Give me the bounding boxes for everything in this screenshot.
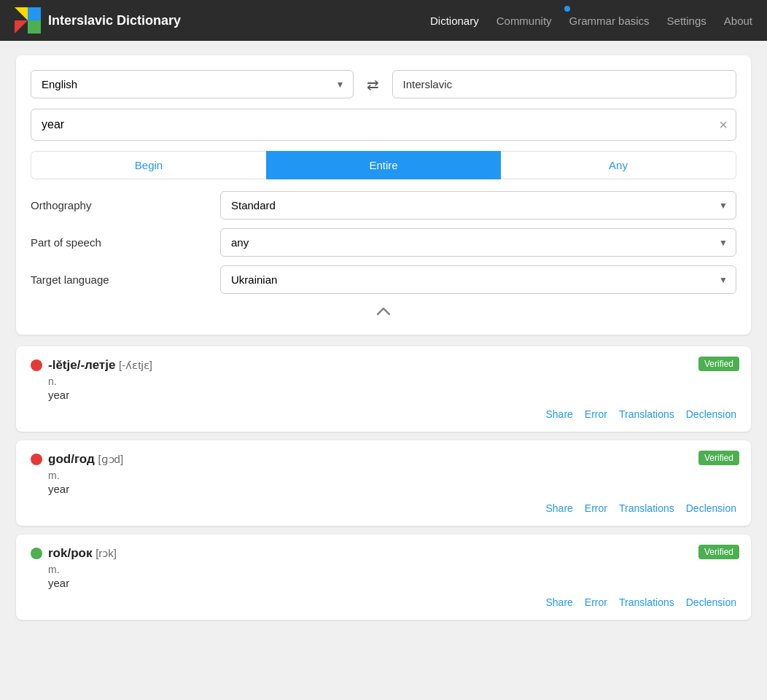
- word-translation: year: [48, 577, 736, 589]
- declension-link[interactable]: Declension: [686, 596, 736, 608]
- target-language-select-wrapper: Ukrainian ▼: [220, 265, 736, 294]
- share-link[interactable]: Share: [546, 502, 573, 514]
- word-translation: year: [48, 483, 736, 495]
- error-link[interactable]: Error: [585, 502, 607, 514]
- difficulty-dot: [31, 359, 42, 371]
- word-phonetic: [-ʎɛtjɛ]: [119, 359, 152, 371]
- nav-community[interactable]: Community: [497, 15, 552, 27]
- card-actions: Share Error Translations Declension: [31, 502, 736, 514]
- translations-link[interactable]: Translations: [619, 502, 674, 514]
- nav-indicator: [564, 6, 570, 12]
- word-row: -lětje/-летје [-ʎɛtjɛ]: [31, 358, 736, 373]
- difficulty-dot: [31, 548, 42, 559]
- difficulty-dot: [31, 454, 42, 465]
- language-row: English ▼ ⇄ Interslavic: [31, 70, 736, 98]
- nav: Dictionary Community Grammar basics Sett…: [430, 15, 752, 27]
- search-input[interactable]: [31, 109, 736, 141]
- source-language-select[interactable]: English: [31, 70, 354, 98]
- word-text: rok/рок [rɔk]: [48, 546, 117, 561]
- logo-icon: [15, 7, 41, 34]
- filter-entire-button[interactable]: Entire: [266, 151, 501, 179]
- part-of-speech-select-wrapper: any ▼: [220, 228, 736, 257]
- svg-marker-3: [28, 20, 41, 34]
- swap-languages-button[interactable]: ⇄: [362, 71, 384, 98]
- verified-badge: Verified: [698, 451, 739, 465]
- card-actions: Share Error Translations Declension: [31, 408, 736, 420]
- result-card: Verified rok/рок [rɔk] m. year Share Err…: [16, 534, 751, 620]
- svg-marker-1: [28, 7, 41, 20]
- word-row: rok/рок [rɔk]: [31, 546, 736, 561]
- orthography-row: Orthography Standard ▼: [31, 191, 736, 219]
- word-text: god/год [ɡɔd]: [48, 452, 123, 467]
- filter-any-button[interactable]: Any: [501, 151, 736, 179]
- card-actions: Share Error Translations Declension: [31, 596, 736, 608]
- share-link[interactable]: Share: [546, 596, 573, 608]
- part-of-speech-select[interactable]: any: [220, 228, 736, 257]
- word-row: god/год [ɡɔd]: [31, 452, 736, 467]
- main-container: English ▼ ⇄ Interslavic × Begin Entire A…: [4, 41, 763, 643]
- verified-badge: Verified: [698, 545, 739, 559]
- result-card: Verified -lětje/-летје [-ʎɛtjɛ] n. year …: [16, 346, 751, 432]
- svg-marker-0: [15, 7, 28, 20]
- error-link[interactable]: Error: [585, 596, 607, 608]
- translations-link[interactable]: Translations: [619, 408, 674, 420]
- part-of-speech-label: Part of speech: [31, 236, 220, 249]
- search-panel: English ▼ ⇄ Interslavic × Begin Entire A…: [16, 55, 751, 335]
- nav-about[interactable]: About: [724, 15, 752, 27]
- share-link[interactable]: Share: [546, 408, 573, 420]
- target-language-row: Target language Ukrainian ▼: [31, 265, 736, 294]
- part-of-speech-row: Part of speech any ▼: [31, 228, 736, 257]
- error-link[interactable]: Error: [585, 408, 607, 420]
- svg-marker-2: [15, 20, 28, 34]
- word-pos: m.: [48, 564, 736, 575]
- verified-badge: Verified: [698, 357, 739, 371]
- filter-begin-button[interactable]: Begin: [31, 151, 266, 179]
- word-pos: m.: [48, 470, 736, 481]
- orthography-select-wrapper: Standard ▼: [220, 191, 736, 219]
- nav-grammar[interactable]: Grammar basics: [569, 15, 650, 27]
- word-pos: n.: [48, 376, 736, 387]
- nav-settings[interactable]: Settings: [667, 15, 706, 27]
- nav-dictionary[interactable]: Dictionary: [430, 15, 479, 27]
- chevron-up-icon: [376, 307, 391, 316]
- word-phonetic: [rɔk]: [96, 547, 117, 559]
- word-text: -lětje/-летје [-ʎɛtjɛ]: [48, 358, 152, 373]
- orthography-select[interactable]: Standard: [220, 191, 736, 219]
- source-language-wrapper: English ▼: [31, 70, 354, 98]
- results-list: Verified -lětje/-летје [-ʎɛtjɛ] n. year …: [16, 346, 751, 620]
- logo[interactable]: Interslavic Dictionary: [15, 7, 181, 34]
- target-language-label: Target language: [31, 273, 220, 286]
- header: Interslavic Dictionary Dictionary Commun…: [0, 0, 767, 41]
- collapse-panel-button[interactable]: [31, 303, 736, 320]
- word-phonetic: [ɡɔd]: [98, 453, 123, 465]
- word-translation: year: [48, 389, 736, 401]
- orthography-label: Orthography: [31, 199, 220, 211]
- target-language-select[interactable]: Ukrainian: [220, 265, 736, 294]
- clear-button[interactable]: ×: [719, 117, 728, 132]
- filter-buttons: Begin Entire Any: [31, 151, 736, 179]
- declension-link[interactable]: Declension: [686, 408, 736, 420]
- declension-link[interactable]: Declension: [686, 502, 736, 514]
- logo-text: Interslavic Dictionary: [48, 13, 181, 28]
- search-row: ×: [31, 109, 736, 141]
- result-card: Verified god/год [ɡɔd] m. year Share Err…: [16, 440, 751, 526]
- translations-link[interactable]: Translations: [619, 596, 674, 608]
- target-language-display: Interslavic: [392, 70, 737, 98]
